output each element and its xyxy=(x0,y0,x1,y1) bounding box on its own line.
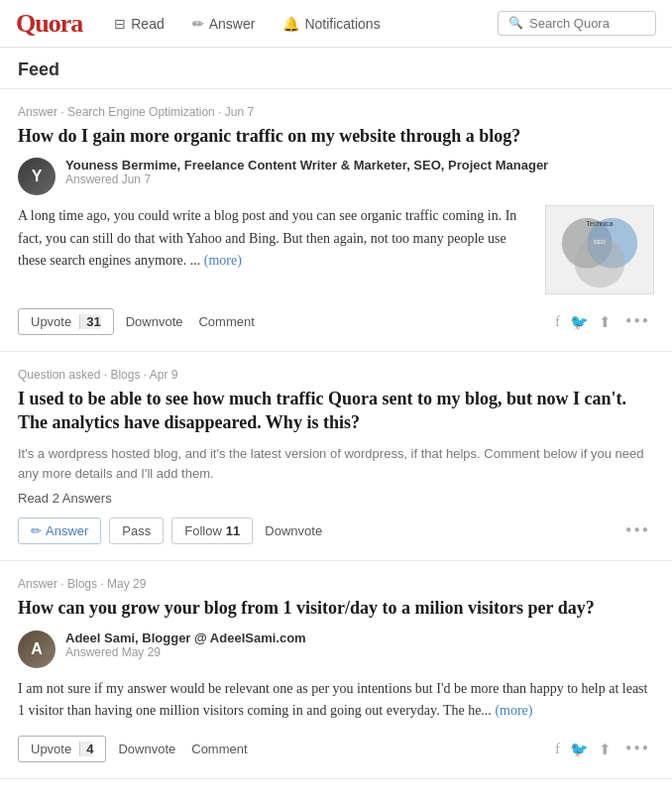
twitter-icon[interactable]: 🐦 xyxy=(570,741,589,758)
nav-read-label: Read xyxy=(131,16,164,32)
share-icon[interactable]: ⬆ xyxy=(599,741,612,758)
search-input[interactable] xyxy=(529,16,648,31)
header: Quora ⊟ Read ✏ Answer 🔔 Notifications 🔍 xyxy=(0,0,672,48)
avatar[interactable]: Y xyxy=(18,158,56,195)
downvote-button[interactable]: Downvote xyxy=(122,309,187,334)
post-thumbnail: Technica SEO xyxy=(545,205,654,294)
upvote-count: 4 xyxy=(79,742,93,756)
author-row: A Adeel Sami, Blogger @ AdeelSami.com An… xyxy=(18,630,654,668)
answer-button[interactable]: ✏ Answer xyxy=(18,517,101,544)
read-answers-link[interactable]: Read 2 Answers xyxy=(18,491,654,506)
svg-text:SEO: SEO xyxy=(594,240,607,246)
venn-diagram-svg: Technica SEO xyxy=(546,206,653,293)
nav-bar: ⊟ Read ✏ Answer 🔔 Notifications xyxy=(102,10,498,38)
comment-button[interactable]: Comment xyxy=(187,737,251,761)
facebook-icon[interactable]: f xyxy=(555,313,560,330)
post-text-content: I am not sure if my answer would be rele… xyxy=(18,681,647,718)
post-card: Question asked · Blogs · Apr 9 I used to… xyxy=(0,352,672,561)
post-meta: Question asked · Blogs · Apr 9 xyxy=(18,368,654,382)
author-info: Adeel Sami, Blogger @ AdeelSami.com Answ… xyxy=(65,630,654,659)
post-text-content: A long time ago, you could write a blog … xyxy=(18,208,516,268)
upvote-label: Upvote xyxy=(31,314,71,329)
post-title[interactable]: I used to be able to see how much traffi… xyxy=(18,388,654,434)
more-link[interactable]: (more) xyxy=(495,703,532,718)
upvote-button[interactable]: Upvote 31 xyxy=(18,308,114,335)
upvote-count: 31 xyxy=(79,314,100,329)
more-options: ••• xyxy=(621,520,654,541)
share-icon[interactable]: ⬆ xyxy=(599,313,612,331)
action-bar: Upvote 4 Downvote Comment f 🐦 ⬆ ••• xyxy=(18,736,654,762)
author-name[interactable]: Adeel Sami, Blogger @ AdeelSami.com xyxy=(65,630,654,645)
search-icon: 🔍 xyxy=(508,16,523,31)
social-actions: f 🐦 ⬆ ••• xyxy=(555,739,654,759)
question-description: It's a wordpress hosted blog, and it's t… xyxy=(18,444,654,483)
answer-label: Answer xyxy=(46,523,88,538)
pass-button[interactable]: Pass xyxy=(109,517,164,544)
post-text: A long time ago, you could write a blog … xyxy=(18,205,533,294)
author-info: Youness Bermime, Freelance Content Write… xyxy=(65,158,654,186)
author-name[interactable]: Youness Bermime, Freelance Content Write… xyxy=(65,158,654,172)
follow-button[interactable]: Follow 11 xyxy=(171,517,253,544)
post-meta: Answer · Search Engine Optimization · Ju… xyxy=(18,105,654,119)
comment-button[interactable]: Comment xyxy=(194,309,258,334)
pencil-icon: ✏ xyxy=(31,523,42,538)
post-card: Answer · Search Engine Optimization · Ju… xyxy=(0,89,672,352)
action-bar: ✏ Answer Pass Follow 11 Downvote ••• xyxy=(18,517,654,544)
answer-icon: ✏ xyxy=(192,16,204,32)
post-body: I am not sure if my answer would be rele… xyxy=(18,678,654,723)
follow-count: 11 xyxy=(226,523,240,538)
nav-notifications[interactable]: 🔔 Notifications xyxy=(271,10,392,38)
avatar[interactable]: A xyxy=(18,630,56,668)
post-text: I am not sure if my answer would be rele… xyxy=(18,678,654,723)
post-title[interactable]: How do I gain more organic traffic on my… xyxy=(18,125,654,148)
author-date: Answered May 29 xyxy=(65,645,654,659)
author-row: Y Youness Bermime, Freelance Content Wri… xyxy=(18,158,654,195)
follow-label: Follow xyxy=(184,523,222,538)
avatar-initials: A xyxy=(31,640,43,658)
feed-title: Feed xyxy=(0,48,672,89)
social-actions: f 🐦 ⬆ ••• xyxy=(555,311,654,332)
post-body: A long time ago, you could write a blog … xyxy=(18,205,654,294)
post-card: Answer · Blogs · May 29 How can you grow… xyxy=(0,561,672,779)
search-bar[interactable]: 🔍 xyxy=(498,11,656,36)
nav-read[interactable]: ⊟ Read xyxy=(102,10,175,38)
facebook-icon[interactable]: f xyxy=(555,741,560,757)
twitter-icon[interactable]: 🐦 xyxy=(570,313,589,331)
read-icon: ⊟ xyxy=(114,16,126,32)
more-options-button[interactable]: ••• xyxy=(621,520,654,541)
nav-notifications-label: Notifications xyxy=(304,16,380,32)
more-options-button[interactable]: ••• xyxy=(621,739,654,759)
upvote-button[interactable]: Upvote 4 xyxy=(18,736,106,762)
author-date: Answered Jun 7 xyxy=(65,172,654,186)
nav-answer[interactable]: ✏ Answer xyxy=(180,10,268,38)
downvote-button[interactable]: Downvote xyxy=(114,737,179,761)
nav-answer-label: Answer xyxy=(209,16,256,32)
post-title[interactable]: How can you grow your blog from 1 visito… xyxy=(18,597,654,620)
logo[interactable]: Quora xyxy=(16,9,82,39)
more-options-button[interactable]: ••• xyxy=(621,311,654,332)
upvote-label: Upvote xyxy=(31,742,71,756)
more-link[interactable]: (more) xyxy=(204,253,242,268)
downvote-button[interactable]: Downvote xyxy=(261,518,326,543)
action-bar: Upvote 31 Downvote Comment f 🐦 ⬆ ••• xyxy=(18,308,654,335)
svg-text:Technica: Technica xyxy=(587,220,614,227)
post-meta: Answer · Blogs · May 29 xyxy=(18,577,654,591)
notifications-icon: 🔔 xyxy=(282,16,299,32)
avatar-initials: Y xyxy=(32,168,43,185)
